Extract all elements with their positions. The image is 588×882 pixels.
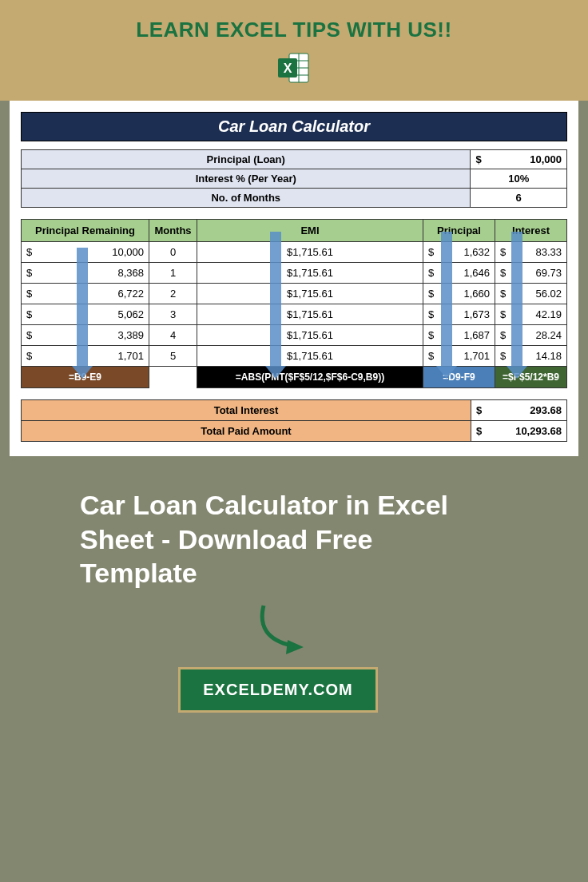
cell-interest: $69.73 bbox=[495, 263, 567, 284]
article-title: Car Loan Calculator in Excel Sheet - Dow… bbox=[80, 488, 476, 590]
formula-row: =B9-E9 =ABS(PMT($F$5/12,$F$6-C9,B9)) =D9… bbox=[22, 367, 567, 388]
table-row: $5,0623$1,715.61$1,673$42.19 bbox=[22, 304, 567, 325]
totals-table: Total Interest $293.68 Total Paid Amount… bbox=[21, 399, 567, 442]
table-row: $6,7222$1,715.61$1,660$56.02 bbox=[22, 284, 567, 304]
cell-principal: $1,673 bbox=[423, 304, 495, 325]
cell-month: 3 bbox=[149, 304, 197, 325]
amortization-table: Principal Remaining Months EMI Principal… bbox=[21, 219, 567, 388]
input-row: Interest % (Per Year) 10% bbox=[22, 169, 567, 189]
cell-emi: $1,715.61 bbox=[197, 346, 423, 367]
cell-emi: $1,715.61 bbox=[197, 263, 423, 284]
sheet-title: Car Loan Calculator bbox=[21, 112, 567, 141]
total-row: Total Paid Amount $10,293.68 bbox=[22, 421, 567, 442]
table-row: $1,7015$1,715.61$1,701$14.18 bbox=[22, 346, 567, 367]
excel-icon: X bbox=[276, 50, 312, 89]
table-row: $8,3681$1,715.61$1,646$69.73 bbox=[22, 263, 567, 284]
input-value: 6 bbox=[471, 189, 567, 208]
cell-interest: $83.33 bbox=[495, 242, 567, 263]
total-label: Total Paid Amount bbox=[22, 421, 471, 442]
input-row: No. of Months 6 bbox=[22, 189, 567, 208]
arrow-swoosh-icon bbox=[248, 602, 328, 658]
cell-month: 4 bbox=[149, 325, 197, 346]
cell-principal: $1,701 bbox=[423, 346, 495, 367]
spreadsheet-card: Car Loan Calculator Principal (Loan) $10… bbox=[10, 101, 578, 456]
input-row: Principal (Loan) $10,000 bbox=[22, 150, 567, 169]
cell-principal: $1,646 bbox=[423, 263, 495, 284]
formula-principal: =D9-F9 bbox=[423, 367, 495, 388]
table-row: $10,0000$1,715.61$1,632$83.33 bbox=[22, 242, 567, 263]
cell-principal-remaining: $5,062 bbox=[22, 304, 149, 325]
cell-interest: $14.18 bbox=[495, 346, 567, 367]
cell-emi: $1,715.61 bbox=[197, 325, 423, 346]
formula-principal-remaining: =B9-E9 bbox=[22, 367, 149, 388]
article-section: Car Loan Calculator in Excel Sheet - Dow… bbox=[0, 456, 588, 713]
cell-month: 2 bbox=[149, 284, 197, 304]
table-header-row: Principal Remaining Months EMI Principal… bbox=[22, 220, 567, 242]
formula-interest: =$F$5/12*B9 bbox=[495, 367, 567, 388]
cell-month: 5 bbox=[149, 346, 197, 367]
svg-marker-7 bbox=[286, 640, 304, 654]
total-value: $293.68 bbox=[471, 400, 567, 421]
input-label: Principal (Loan) bbox=[22, 150, 471, 169]
col-months: Months bbox=[149, 220, 197, 242]
cell-month: 0 bbox=[149, 242, 197, 263]
cell-emi: $1,715.61 bbox=[197, 304, 423, 325]
cell-principal: $1,687 bbox=[423, 325, 495, 346]
cell-principal-remaining: $10,000 bbox=[22, 242, 149, 263]
cell-month: 1 bbox=[149, 263, 197, 284]
col-interest: Interest bbox=[495, 220, 567, 242]
top-banner: LEARN EXCEL TIPS WITH US!! X bbox=[0, 0, 588, 101]
banner-title: LEARN EXCEL TIPS WITH US!! bbox=[0, 18, 588, 42]
formula-empty bbox=[149, 367, 197, 388]
site-badge[interactable]: EXCELDEMY.COM bbox=[178, 667, 377, 713]
cell-interest: $42.19 bbox=[495, 304, 567, 325]
col-principal-remaining: Principal Remaining bbox=[22, 220, 149, 242]
input-value: $10,000 bbox=[471, 150, 567, 169]
cell-emi: $1,715.61 bbox=[197, 284, 423, 304]
input-value: 10% bbox=[471, 169, 567, 189]
formula-emi: =ABS(PMT($F$5/12,$F$6-C9,B9)) bbox=[197, 367, 423, 388]
input-label: Interest % (Per Year) bbox=[22, 169, 471, 189]
total-value: $10,293.68 bbox=[471, 421, 567, 442]
total-label: Total Interest bbox=[22, 400, 471, 421]
cell-emi: $1,715.61 bbox=[197, 242, 423, 263]
col-emi: EMI bbox=[197, 220, 423, 242]
table-row: $3,3894$1,715.61$1,687$28.24 bbox=[22, 325, 567, 346]
cell-principal-remaining: $3,389 bbox=[22, 325, 149, 346]
cell-principal-remaining: $8,368 bbox=[22, 263, 149, 284]
cell-principal: $1,632 bbox=[423, 242, 495, 263]
cell-principal: $1,660 bbox=[423, 284, 495, 304]
cell-interest: $28.24 bbox=[495, 325, 567, 346]
cell-principal-remaining: $6,722 bbox=[22, 284, 149, 304]
svg-text:X: X bbox=[284, 62, 292, 75]
cell-principal-remaining: $1,701 bbox=[22, 346, 149, 367]
inputs-table: Principal (Loan) $10,000 Interest % (Per… bbox=[21, 149, 567, 208]
total-row: Total Interest $293.68 bbox=[22, 400, 567, 421]
col-principal: Principal bbox=[423, 220, 495, 242]
cell-interest: $56.02 bbox=[495, 284, 567, 304]
input-label: No. of Months bbox=[22, 189, 471, 208]
